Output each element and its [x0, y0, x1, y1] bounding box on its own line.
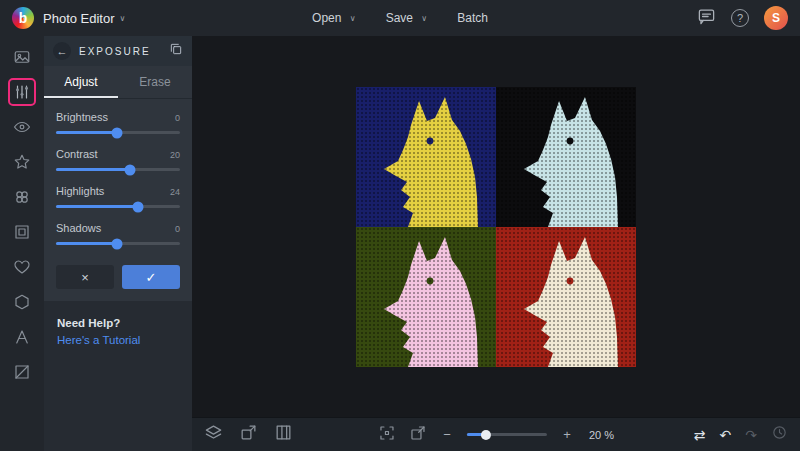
- zoom-knob[interactable]: [481, 430, 491, 440]
- pop-art-image[interactable]: [356, 87, 636, 367]
- slider-label: Brightness: [56, 111, 108, 123]
- back-button[interactable]: ←: [53, 42, 71, 60]
- slider-knob[interactable]: [132, 201, 143, 212]
- main-area: ← EXPOSURE Adjust Erase Brightness 0: [0, 36, 800, 451]
- zoom-controls: − + 20 %: [378, 424, 614, 446]
- slider-track[interactable]: [56, 168, 180, 171]
- layers-icon[interactable]: [204, 423, 223, 446]
- slider-value: 0: [175, 224, 180, 234]
- slider-contrast: Contrast 20: [56, 148, 180, 171]
- bottom-bar: − + 20 % ⇄ ↶ ↷: [192, 417, 800, 451]
- apply-button[interactable]: ✓: [122, 265, 180, 289]
- wolf-eye: [427, 277, 434, 284]
- quadrant-bottom-right: [496, 227, 636, 367]
- app-logo-icon[interactable]: b: [12, 7, 34, 29]
- canvas-area[interactable]: [192, 36, 800, 417]
- chevron-down-icon: ∨: [350, 14, 356, 23]
- rail-item-frames[interactable]: [8, 218, 36, 246]
- clover-icon: [13, 188, 31, 206]
- slider-knob[interactable]: [125, 164, 136, 175]
- app-title[interactable]: Photo Editor: [43, 11, 115, 26]
- rail-item-touchup[interactable]: [8, 113, 36, 141]
- star-icon: [13, 153, 31, 171]
- close-icon: ×: [81, 270, 89, 285]
- save-menu[interactable]: Save ∨: [386, 11, 428, 25]
- undo-icon[interactable]: ↶: [720, 428, 732, 442]
- rail-item-artsy[interactable]: [8, 183, 36, 211]
- fit-screen-icon[interactable]: [378, 424, 396, 446]
- slider-track[interactable]: [56, 131, 180, 134]
- help-title: Need Help?: [57, 317, 179, 329]
- topbar-right: ? S: [697, 6, 788, 30]
- quadrant-top-right: [496, 87, 636, 227]
- zoom-level: 20 %: [589, 429, 614, 441]
- slider-list: Brightness 0 Contrast 20: [44, 99, 192, 263]
- slider-fill: [56, 168, 130, 171]
- rail-item-overlays[interactable]: [8, 288, 36, 316]
- zoom-slider[interactable]: [467, 433, 547, 436]
- chevron-down-icon: ∨: [421, 14, 427, 23]
- slider-knob[interactable]: [111, 238, 122, 249]
- slider-label: Contrast: [56, 148, 98, 160]
- eye-icon: [13, 118, 31, 136]
- bottombar-left: [204, 423, 293, 446]
- slider-shadows: Shadows 0: [56, 222, 180, 245]
- rail-item-text[interactable]: [8, 323, 36, 351]
- tab-adjust[interactable]: Adjust: [44, 66, 118, 98]
- slider-fill: [56, 205, 138, 208]
- fullscreen-icon[interactable]: [409, 424, 427, 446]
- hexagon-icon: [13, 293, 31, 311]
- panel-tabs: Adjust Erase: [44, 66, 192, 99]
- tutorial-link[interactable]: Here's a Tutorial: [57, 334, 179, 346]
- canvas-resize-icon[interactable]: [239, 423, 258, 446]
- wolf-eye: [427, 137, 434, 144]
- slider-value: 20: [170, 150, 180, 160]
- slider-highlights: Highlights 24: [56, 185, 180, 208]
- help-block: Need Help? Here's a Tutorial: [44, 301, 192, 362]
- feedback-icon[interactable]: [697, 7, 716, 30]
- history-icon[interactable]: [771, 424, 788, 445]
- zoom-in-button[interactable]: +: [560, 427, 574, 442]
- rail-item-photos[interactable]: [8, 43, 36, 71]
- work-column: − + 20 % ⇄ ↶ ↷: [192, 36, 800, 451]
- batch-menu[interactable]: Batch: [457, 11, 488, 25]
- open-menu[interactable]: Open ∨: [312, 11, 356, 25]
- user-avatar[interactable]: S: [764, 6, 788, 30]
- top-bar: b Photo Editor ∨ Open ∨ Save ∨ Batch ? S: [0, 0, 800, 36]
- zoom-out-button[interactable]: −: [440, 427, 454, 442]
- redo-icon[interactable]: ↷: [745, 428, 757, 442]
- slider-value: 24: [170, 187, 180, 197]
- rail-item-edit-active[interactable]: [8, 78, 36, 106]
- rail-item-textures[interactable]: [8, 358, 36, 386]
- rail-item-effects[interactable]: [8, 148, 36, 176]
- slider-track[interactable]: [56, 205, 180, 208]
- exposure-card: ← EXPOSURE Adjust Erase Brightness 0: [44, 36, 192, 301]
- text-icon: [13, 328, 31, 346]
- slider-track[interactable]: [56, 242, 180, 245]
- app-logo-letter: b: [19, 10, 28, 26]
- texture-icon: [13, 363, 31, 381]
- panel-title: EXPOSURE: [79, 46, 151, 57]
- sliders-icon: [13, 83, 31, 101]
- compare-icon[interactable]: ⇄: [694, 428, 706, 442]
- duplicate-icon[interactable]: [169, 42, 183, 60]
- wolf-eye: [567, 137, 574, 144]
- slider-label: Shadows: [56, 222, 101, 234]
- slider-brightness: Brightness 0: [56, 111, 180, 134]
- slider-knob[interactable]: [111, 127, 122, 138]
- quadrant-bottom-left: [356, 227, 496, 367]
- tab-erase[interactable]: Erase: [118, 66, 192, 98]
- grid-icon[interactable]: [274, 423, 293, 446]
- cancel-button[interactable]: ×: [56, 265, 114, 289]
- bottombar-right: ⇄ ↶ ↷: [694, 424, 788, 445]
- rail-item-graphics[interactable]: [8, 253, 36, 281]
- slider-fill: [56, 242, 117, 245]
- help-button[interactable]: ?: [731, 9, 749, 27]
- slider-label: Highlights: [56, 185, 104, 197]
- slider-fill: [56, 131, 117, 134]
- check-icon: ✓: [146, 270, 157, 285]
- tool-panel: ← EXPOSURE Adjust Erase Brightness 0: [44, 36, 192, 451]
- wolf-eye: [567, 277, 574, 284]
- frame-icon: [13, 223, 31, 241]
- panel-actions: × ✓: [44, 263, 192, 301]
